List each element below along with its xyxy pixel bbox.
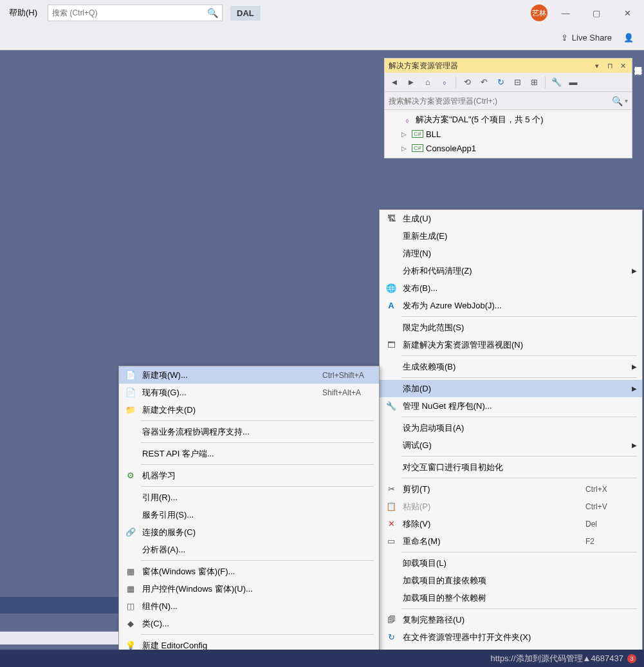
global-search[interactable]: 🔍 [48, 5, 223, 21]
menu-item[interactable]: ✕移除(V)Del [380, 515, 642, 532]
menu-item[interactable]: ◆类(C)... [119, 615, 379, 632]
menu-item[interactable]: 分析和代码清理(Z)▶ [380, 262, 642, 279]
menu-item[interactable]: 分析器(A)... [119, 541, 379, 558]
expand-icon[interactable]: ▷ [401, 145, 409, 152]
side-tab-solution-explorer[interactable]: 解决方案资源管理器 [632, 58, 644, 63]
menu-item-icon: 📄 [124, 388, 137, 397]
menu-item-label: 引用(R)... [142, 492, 374, 503]
menu-separator [401, 478, 637, 478]
back-icon[interactable]: ◄ [387, 75, 401, 89]
menu-item-shortcut: F2 [585, 537, 637, 546]
submenu-arrow-icon: ▶ [632, 442, 637, 449]
menu-item[interactable]: ▦用户控件(Windows 窗体)(U)... [119, 580, 379, 597]
menu-item[interactable]: 🌐发布(B)... [380, 279, 642, 297]
menu-item[interactable]: 重新生成(E) [380, 227, 642, 245]
menu-item[interactable]: 🔗连接的服务(C) [119, 523, 379, 541]
panel-search[interactable]: 🔍 ▾ [385, 92, 632, 110]
menu-item-icon: 🌐 [385, 283, 398, 293]
submenu-arrow-icon: ▶ [632, 363, 637, 370]
menu-item[interactable]: ✂剪切(T)Ctrl+X [380, 480, 642, 498]
menu-item-label: 类(C)... [142, 618, 374, 630]
expand-icon[interactable]: ▷ [401, 131, 409, 138]
menu-item-label: 生成(U) [403, 213, 637, 225]
menu-item[interactable]: 对交互窗口进行项目初始化 [380, 458, 642, 476]
csharp-project-icon: C# [412, 129, 423, 139]
menu-item[interactable]: 🗐复制完整路径(U) [380, 611, 642, 628]
menu-item[interactable]: ↻在文件资源管理器中打开文件夹(X) [380, 628, 642, 646]
menu-item-icon: ⚙ [124, 471, 137, 480]
project-node-consoleapp1[interactable]: ▷ C# ConsoleApp1 [385, 141, 632, 155]
solution-node[interactable]: ⬨ 解决方案"DAL"(5 个项目，共 5 个) [385, 113, 632, 127]
menu-separator [401, 417, 637, 417]
menu-item-label: 加载项目的直接依赖项 [403, 575, 637, 587]
menu-item[interactable]: 卸载项目(L) [380, 554, 642, 572]
panel-search-input[interactable] [389, 97, 612, 106]
menu-item[interactable]: ◫组件(N)... [119, 597, 379, 615]
undo-icon[interactable]: ↶ [477, 75, 491, 89]
menu-item-icon: ▦ [124, 584, 137, 594]
notification-badge[interactable]: 3 [627, 654, 636, 663]
menu-item[interactable]: 添加(D)▶ [380, 380, 642, 397]
collapse-icon[interactable]: ⊟ [510, 75, 524, 89]
home-icon[interactable]: ⌂ [421, 75, 435, 89]
search-input[interactable] [52, 8, 207, 17]
live-share-button[interactable]: ⇪ Live Share [561, 33, 612, 42]
menu-item-label: 发布(B)... [403, 283, 637, 294]
menu-separator [401, 355, 637, 356]
close-button[interactable]: ✕ [614, 3, 640, 23]
menu-item[interactable]: 📄现有项(G)...Shift+Alt+A [119, 384, 379, 401]
search-icon[interactable]: 🔍 [612, 96, 623, 106]
maximize-button[interactable]: ▢ [584, 3, 609, 23]
menu-item[interactable]: 设为启动项目(A) [380, 419, 642, 437]
solution-icon[interactable]: ⬨ [437, 75, 452, 89]
menu-item[interactable]: 清理(N) [380, 245, 642, 262]
menu-item[interactable]: 🏗生成(U) [380, 210, 642, 227]
menu-item[interactable]: 🔧管理 NuGet 程序包(N)... [380, 397, 642, 415]
menu-item-label: 服务引用(S)... [142, 509, 374, 521]
menu-item[interactable]: 引用(R)... [119, 489, 379, 506]
menu-item[interactable]: 调试(G)▶ [380, 437, 642, 454]
menu-item[interactable]: 容器业务流程协调程序支持... [119, 423, 379, 440]
status-text[interactable]: https://添加到源代码管理▲4687437 [491, 653, 624, 664]
menu-item[interactable]: ⚙机器学习 [119, 467, 379, 484]
user-avatar[interactable]: 艺林 [531, 5, 547, 21]
forward-icon[interactable]: ► [404, 75, 418, 89]
menu-item[interactable]: 📄新建项(W)...Ctrl+Shift+A [119, 366, 379, 384]
minimize-button[interactable]: — [553, 3, 578, 23]
show-all-icon[interactable]: ⊞ [527, 75, 541, 89]
menu-separator [401, 316, 637, 317]
menu-item[interactable]: A发布为 Azure WebJob(J)... [380, 297, 642, 314]
menu-item-icon: ✕ [385, 519, 398, 529]
menu-item[interactable]: 服务引用(S)... [119, 506, 379, 523]
menu-item[interactable]: 限定为此范围(S) [380, 319, 642, 336]
panel-dropdown-icon[interactable]: ▾ [592, 61, 602, 71]
menu-item[interactable]: 生成依赖项(B)▶ [380, 358, 642, 375]
menu-item-label: REST API 客户端... [142, 448, 374, 460]
dropdown-icon[interactable]: ▾ [625, 97, 628, 104]
menu-item[interactable]: ▦窗体(Windows 窗体)(F)... [119, 563, 379, 580]
sync-icon[interactable]: ⟲ [460, 75, 474, 89]
panel-titlebar[interactable]: 解决方案资源管理器 ▾ ⊓ ✕ [385, 59, 632, 73]
menu-item[interactable]: 📁新建文件夹(D) [119, 401, 379, 418]
menu-item[interactable]: ▭重命名(M)F2 [380, 532, 642, 550]
panel-pin-icon[interactable]: ⊓ [605, 61, 615, 71]
panel-close-icon[interactable]: ✕ [618, 61, 628, 71]
menu-item-icon: ◆ [124, 619, 137, 628]
project-node-bll[interactable]: ▷ C# BLL [385, 127, 632, 141]
menu-item-label: 加载项目的整个依赖树 [403, 592, 637, 604]
feedback-icon[interactable]: 👤 [623, 33, 634, 42]
search-icon[interactable]: 🔍 [207, 8, 218, 18]
properties-icon[interactable]: 🔧 [549, 75, 564, 89]
preview-icon[interactable]: ▬ [566, 75, 580, 89]
menu-item[interactable]: 🗔新建解决方案资源管理器视图(N) [380, 336, 642, 353]
refresh-icon[interactable]: ↻ [493, 75, 508, 89]
menu-item[interactable]: REST API 客户端... [119, 445, 379, 462]
csharp-project-icon: C# [412, 143, 423, 153]
menu-item[interactable]: 加载项目的直接依赖项 [380, 572, 642, 589]
menu-separator [401, 456, 637, 456]
menu-item-label: 对交互窗口进行项目初始化 [403, 462, 637, 473]
help-menu[interactable]: 帮助(H) [4, 5, 42, 21]
menu-item[interactable]: 加载项目的整个依赖树 [380, 589, 642, 606]
startup-project-tag[interactable]: DAL [230, 6, 261, 21]
menu-separator [401, 377, 637, 378]
